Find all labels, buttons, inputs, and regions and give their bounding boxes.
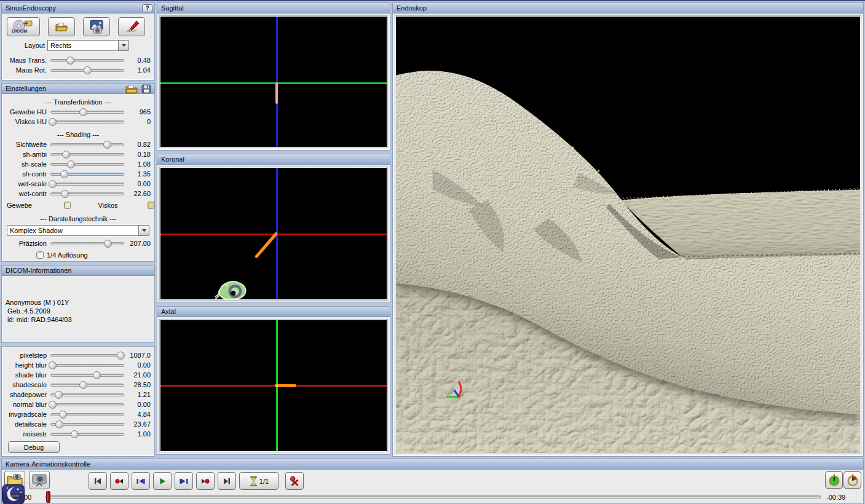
koronal-viewport[interactable] bbox=[160, 168, 387, 299]
animation-timeline[interactable] bbox=[45, 495, 821, 499]
slider-thumb[interactable] bbox=[55, 420, 63, 428]
slider-track[interactable] bbox=[50, 242, 124, 245]
sagittal-camera-segment bbox=[275, 82, 278, 104]
camera-screen-button[interactable] bbox=[29, 471, 50, 489]
slider-track[interactable] bbox=[50, 393, 124, 396]
slider-thumb[interactable] bbox=[104, 240, 112, 248]
slider-track[interactable] bbox=[50, 423, 124, 426]
slider-track[interactable] bbox=[50, 69, 124, 72]
slider-track[interactable] bbox=[50, 192, 124, 195]
slider-value: 1.00 bbox=[126, 430, 151, 438]
slider-track[interactable] bbox=[50, 183, 124, 186]
skip-start-button[interactable] bbox=[89, 472, 107, 490]
slider-track[interactable] bbox=[50, 413, 124, 416]
slider-value: 22.60 bbox=[126, 190, 151, 197]
koronal-panel: Koronal bbox=[157, 154, 390, 303]
step-back-button[interactable] bbox=[132, 472, 150, 490]
slider-thumb[interactable] bbox=[79, 381, 87, 389]
play-button[interactable] bbox=[153, 472, 172, 490]
slider-thumb[interactable] bbox=[84, 66, 92, 74]
endoskop-viewport[interactable] bbox=[396, 17, 860, 453]
slider-track[interactable] bbox=[50, 433, 124, 436]
slider-thumb[interactable] bbox=[71, 430, 79, 438]
slider-thumb[interactable] bbox=[49, 401, 57, 409]
axial-camera-segment bbox=[277, 384, 296, 387]
hourglass-button[interactable]: 1/1 bbox=[239, 472, 278, 490]
layout-dropdown-value: Rechts bbox=[47, 40, 119, 51]
slider-track[interactable] bbox=[50, 153, 124, 156]
debug-button[interactable]: Debug bbox=[8, 441, 60, 453]
koronal-slice-blob bbox=[215, 282, 246, 299]
record-forward-button[interactable] bbox=[196, 472, 215, 490]
quarter-resolution-checkbox[interactable] bbox=[36, 251, 44, 259]
viskos-checkbox[interactable] bbox=[148, 202, 154, 209]
skip-end-button[interactable] bbox=[218, 472, 236, 490]
slider-track[interactable] bbox=[50, 374, 124, 377]
open-folder-icon[interactable] bbox=[125, 84, 138, 96]
time-end-label: -00:39 bbox=[826, 494, 845, 501]
slider-value: 21.00 bbox=[126, 371, 151, 379]
timeline-position-marker[interactable] bbox=[46, 491, 50, 503]
slider-label: Maus Trans. bbox=[2, 57, 49, 64]
chevron-down-icon[interactable] bbox=[119, 40, 129, 51]
slider-value: 4.84 bbox=[126, 411, 151, 418]
sagittal-title: Sagittal bbox=[161, 4, 184, 12]
praezision-slider-group: Präzision207.00 bbox=[2, 238, 154, 248]
slider-value: 0 bbox=[126, 118, 151, 125]
slider-thumb[interactable] bbox=[79, 108, 87, 116]
slider-track[interactable] bbox=[50, 111, 124, 114]
slider-track[interactable] bbox=[50, 120, 124, 124]
slider-thumb[interactable] bbox=[60, 170, 68, 178]
slider-track[interactable] bbox=[50, 143, 124, 146]
layout-dropdown[interactable]: Rechts bbox=[47, 40, 129, 51]
slider-label: shade blur bbox=[2, 371, 49, 379]
slider-thumb[interactable] bbox=[61, 190, 69, 198]
help-button[interactable]: ? bbox=[142, 4, 152, 12]
slider-label: wet-scale bbox=[2, 180, 49, 187]
slider-label: Sichtweite bbox=[2, 141, 49, 148]
slider-thumb[interactable] bbox=[103, 141, 111, 149]
slider-thumb[interactable] bbox=[117, 352, 125, 360]
gewebe-checkbox[interactable] bbox=[64, 202, 71, 209]
save-icon[interactable] bbox=[141, 84, 151, 96]
slider-thumb[interactable] bbox=[59, 411, 67, 419]
slider-track[interactable] bbox=[50, 364, 124, 367]
slider-value: 1.04 bbox=[126, 66, 151, 74]
slider-track[interactable] bbox=[50, 403, 124, 406]
slider-row-sh-scale: sh-scale1.08 bbox=[2, 159, 154, 169]
slider-thumb[interactable] bbox=[55, 391, 63, 399]
settings-panel: Einstellungen --- Transferfunktion --- G… bbox=[1, 83, 155, 262]
slider-label: sh-contr bbox=[2, 170, 49, 178]
sagittal-panel: Sagittal bbox=[157, 2, 390, 151]
slider-value: 1087.0 bbox=[126, 352, 151, 359]
slider-value: 1.08 bbox=[126, 160, 151, 168]
snapshot-button[interactable] bbox=[83, 17, 110, 36]
step-forward-button[interactable] bbox=[175, 472, 193, 490]
slider-track[interactable] bbox=[50, 173, 124, 176]
time-start-label: 00 bbox=[24, 494, 31, 501]
slider-value: 0.18 bbox=[126, 151, 151, 158]
sagittal-viewport[interactable] bbox=[160, 17, 387, 147]
slider-thumb[interactable] bbox=[62, 151, 70, 159]
technique-dropdown[interactable]: Komplex Shadow bbox=[7, 225, 149, 236]
slider-thumb[interactable] bbox=[49, 180, 57, 188]
axial-viewport[interactable] bbox=[160, 320, 387, 451]
open-folder-button[interactable] bbox=[48, 17, 75, 36]
slider-thumb[interactable] bbox=[49, 361, 57, 369]
dicom-button[interactable]: DICOM bbox=[7, 17, 40, 36]
slider-track[interactable] bbox=[50, 384, 124, 387]
slider-thumb[interactable] bbox=[66, 57, 74, 65]
app-title: SinusEndoscopy bbox=[6, 4, 56, 12]
slider-thumb[interactable] bbox=[93, 371, 101, 379]
annotate-pencil-button[interactable] bbox=[118, 17, 145, 36]
delete-keyframe-button[interactable] bbox=[285, 472, 304, 490]
slider-track[interactable] bbox=[50, 163, 124, 166]
stopwatch-red-button[interactable] bbox=[843, 471, 861, 489]
slider-track[interactable] bbox=[50, 354, 124, 357]
stopwatch-green-button[interactable] bbox=[825, 471, 843, 489]
slider-thumb[interactable] bbox=[67, 160, 75, 168]
record-back-button[interactable] bbox=[110, 472, 128, 490]
chevron-down-icon[interactable] bbox=[139, 225, 149, 236]
slider-thumb[interactable] bbox=[49, 118, 57, 126]
slider-track[interactable] bbox=[50, 59, 124, 62]
